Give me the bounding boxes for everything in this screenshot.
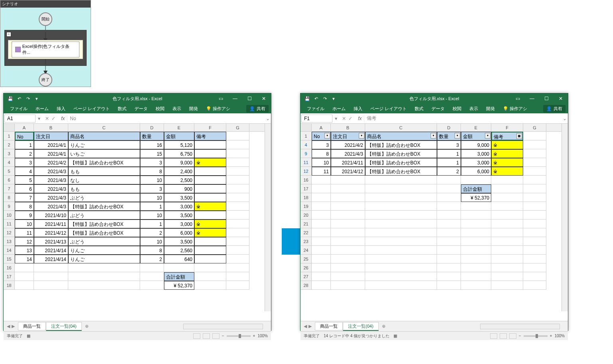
undo-icon[interactable]: ↶ [313,96,319,101]
cell[interactable]: 5,120 [164,140,194,149]
table-header-cell[interactable]: 備考 [194,132,226,140]
sheet-next-icon[interactable]: ▶ [12,324,15,329]
tab-data[interactable]: データ [427,106,449,112]
cell[interactable]: ぶどう [68,211,140,220]
namebox-dropdown-icon[interactable]: ▾ [333,116,339,121]
cell[interactable]: 2021/4/3 [331,149,365,158]
col-header[interactable]: E [461,124,491,131]
cell[interactable]: 【特販】詰め合わせBOX [365,149,437,158]
col-header[interactable]: B [331,124,365,131]
row-header[interactable]: 20 [301,211,312,220]
tab-review[interactable]: 校閲 [152,106,168,112]
maximize-button[interactable]: ☐ [539,93,554,104]
cancel-icon[interactable]: ✕ [45,116,49,121]
cell[interactable] [523,132,546,140]
row-header[interactable]: 13 [4,237,15,246]
flow-start-node[interactable]: 開始 [39,12,52,26]
row-header[interactable]: 16 [301,176,312,184]
zoom-level[interactable]: 100% [554,334,565,338]
cell[interactable]: 2,560 [164,246,194,255]
close-button[interactable]: ✕ [554,93,568,104]
cell[interactable] [365,281,437,290]
cell[interactable]: 7 [15,193,34,202]
view-break-icon[interactable] [509,333,516,339]
filter-dropdown-icon[interactable]: ▾ [485,133,490,138]
cell[interactable]: 15 [140,149,164,158]
cell[interactable]: 5 [15,176,34,184]
expand-formula-icon[interactable]: ⌄ [265,116,271,121]
enter-icon[interactable]: ✓ [348,116,352,121]
cell[interactable] [312,255,331,263]
cell[interactable] [365,202,437,211]
table-header-cell[interactable]: 金額▾ [461,132,491,140]
row-header[interactable]: 9 [301,149,312,158]
cell[interactable]: ぶどう [68,193,140,202]
cell[interactable] [194,149,226,158]
cell[interactable]: 1 [140,202,164,211]
cell[interactable] [491,176,523,184]
view-layout-icon[interactable] [500,333,507,339]
cell[interactable]: 9,000 [164,158,194,167]
cell[interactable] [331,228,365,237]
cell[interactable] [312,202,331,211]
vertical-scrollbar[interactable] [265,124,271,311]
cell[interactable]: 3 [312,140,331,149]
cell[interactable]: 2021/4/3 [34,202,68,211]
cell[interactable] [226,237,249,246]
horizontal-scrollbar[interactable] [480,324,560,329]
cell[interactable] [194,246,226,255]
cell[interactable]: 2021/4/11 [331,158,365,167]
cell[interactable]: もも [68,184,140,193]
enter-icon[interactable]: ✓ [51,116,55,121]
cell[interactable] [312,246,331,255]
cell[interactable]: 3,000 [461,149,491,158]
cell[interactable] [226,263,249,272]
cell[interactable] [34,263,68,272]
add-sheet-button[interactable]: ⊕ [379,324,389,329]
cell[interactable] [461,176,491,184]
cell[interactable] [226,167,249,176]
row-header[interactable]: 1 [4,132,15,140]
sheet-tab-orders[interactable]: 注文一覧(04) [46,322,82,331]
share-button[interactable]: 👤 共有 [246,105,269,113]
cell[interactable] [312,263,331,272]
cell[interactable] [312,211,331,220]
cell[interactable]: 2 [140,255,164,263]
cell[interactable]: 8 [312,149,331,158]
cell[interactable]: ※ [194,158,226,167]
sheet-tab-products[interactable]: 商品一覧 [315,322,343,330]
cell[interactable] [461,237,491,246]
cell[interactable]: 10 [140,176,164,184]
col-header[interactable]: D [437,124,461,131]
row-header[interactable]: 4 [301,140,312,149]
cell[interactable] [331,237,365,246]
sheet-tab-orders[interactable]: 注文一覧(04) [343,322,379,331]
cell[interactable] [523,263,546,272]
cell[interactable]: 9 [15,211,34,220]
row-header[interactable]: 11 [4,220,15,228]
cell[interactable] [365,184,437,193]
cell[interactable] [461,272,491,281]
cell[interactable] [331,211,365,220]
row-header[interactable]: 27 [301,272,312,281]
row-header[interactable]: 19 [301,202,312,211]
cell[interactable] [312,184,331,193]
cell[interactable] [226,149,249,158]
cell[interactable]: 6 [15,184,34,193]
cell[interactable] [331,272,365,281]
cell[interactable]: 2021/4/11 [34,220,68,228]
cell[interactable] [331,176,365,184]
cell[interactable] [365,272,437,281]
cell[interactable] [331,263,365,272]
name-box[interactable]: A1 [4,115,36,123]
row-header[interactable]: 16 [4,263,15,272]
cell[interactable] [491,281,523,290]
cell[interactable]: りんご [68,140,140,149]
cell[interactable] [437,211,461,220]
cell[interactable] [461,255,491,263]
minimize-button[interactable]: — [228,93,242,104]
cell[interactable] [437,237,461,246]
add-sheet-button[interactable]: ⊕ [82,324,92,329]
cell[interactable]: 2,500 [164,176,194,184]
tab-tell-me[interactable]: 💡 操作アシ [202,106,234,112]
